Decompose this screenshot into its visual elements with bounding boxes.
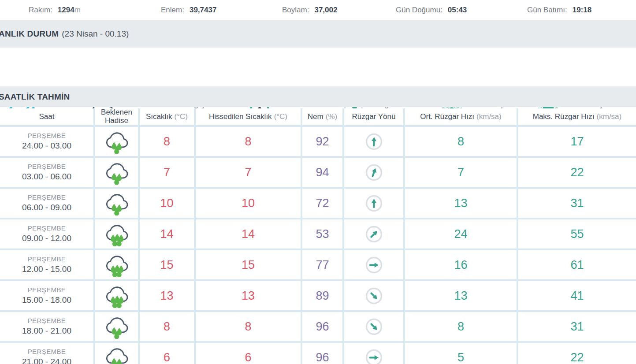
- temperature-cell: 8: [140, 312, 194, 341]
- row-temperature: 6: [164, 351, 170, 364]
- rain-icon: [105, 129, 128, 154]
- row-feels-like: 10: [242, 197, 255, 210]
- avg-wind-cell: 7: [405, 158, 517, 187]
- feels-like-cell: 15: [196, 250, 301, 279]
- expected-event-cell: [95, 189, 138, 218]
- row-avg-wind: 7: [457, 166, 464, 179]
- sunrise-value: 05:43: [448, 6, 467, 15]
- wind-direction-cell: [344, 250, 403, 279]
- altitude-value: 1294: [58, 6, 74, 15]
- column-header: Nem (%): [302, 108, 342, 125]
- longitude-label: Boylam:: [282, 6, 309, 15]
- max-wind-cell: 31: [518, 189, 636, 218]
- wind-direction-cell: [344, 189, 403, 218]
- hourly-forecast-title: SAATLİK TAHMİN: [0, 92, 70, 102]
- wind-direction-cell: [344, 281, 403, 310]
- row-day: PERŞEMBE: [28, 223, 66, 233]
- row-max-wind: 17: [570, 135, 584, 149]
- column-header-label: Maks. Rüzgar Hızı: [533, 113, 595, 121]
- row-humidity: 72: [316, 197, 329, 210]
- column-header-unit: (km/sa): [476, 113, 502, 121]
- humidity-cell: 72: [302, 189, 342, 218]
- wind-direction-icon: [365, 163, 383, 182]
- altitude-info: Rakım: 1294 m: [29, 0, 81, 20]
- row-humidity: 89: [316, 289, 329, 303]
- row-feels-like: 6: [245, 351, 251, 364]
- feels-like-cell: 14: [196, 219, 301, 249]
- max-wind-cell: 22: [518, 158, 636, 187]
- heavy-rain-icon: [105, 222, 128, 246]
- wind-direction-icon: [365, 318, 383, 336]
- feels-like-cell: 13: [196, 281, 301, 310]
- humidity-cell: 77: [302, 250, 342, 279]
- column-header: Hissedilen Sıcaklık (°C): [196, 108, 301, 125]
- latitude-info: Enlem: 39,7437: [161, 0, 216, 20]
- expected-event-cell: [95, 250, 138, 279]
- row-temperature: 13: [160, 289, 173, 303]
- longitude-info: Boylam: 37,002: [282, 0, 337, 20]
- heavy-rain-icon: [105, 253, 128, 277]
- row-max-wind: 61: [570, 258, 584, 272]
- wind-direction-cell: [344, 219, 403, 249]
- time-cell: PERŞEMBE 06.00 - 09.00: [0, 189, 93, 218]
- longitude-value: 37,002: [314, 6, 337, 15]
- row-time: 09.00 - 12.00: [22, 233, 71, 245]
- expected-event-cell: [95, 127, 138, 156]
- avg-wind-cell: 24: [405, 219, 517, 249]
- humidity-cell: 92: [302, 127, 342, 156]
- current-conditions-timestamp: (23 Nisan - 00.13): [62, 29, 129, 39]
- row-feels-like: 7: [245, 166, 251, 179]
- row-max-wind: 31: [570, 197, 584, 210]
- wind-direction-icon: [365, 225, 383, 243]
- expected-event-cell: [95, 343, 138, 364]
- time-cell: PERŞEMBE 21.00 - 24.00: [0, 343, 93, 364]
- time-cell: PERŞEMBE 24.00 - 03.00: [0, 127, 93, 156]
- sunrise-label: Gün Doğumu:: [396, 6, 443, 15]
- column-header: Saat: [0, 108, 93, 125]
- column-header-unit: (°C): [175, 113, 188, 121]
- max-wind-cell: 17: [518, 127, 636, 156]
- row-avg-wind: 5: [457, 351, 464, 364]
- humidity-cell: 94: [302, 158, 342, 187]
- row-time: 06.00 - 09.00: [22, 202, 71, 214]
- avg-wind-cell: 16: [405, 250, 517, 279]
- temperature-cell: 15: [140, 250, 194, 279]
- temperature-cell: 13: [140, 281, 194, 310]
- column-header-unit: (km/sa): [597, 113, 622, 121]
- row-avg-wind: 16: [454, 258, 467, 272]
- wind-direction-icon: [365, 287, 383, 305]
- wind-direction-cell: [344, 343, 403, 364]
- time-cell: PERŞEMBE 09.00 - 12.00: [0, 219, 93, 249]
- avg-wind-cell: 8: [405, 312, 517, 341]
- temperature-cell: 14: [140, 219, 194, 249]
- heavy-rain-icon: [105, 283, 128, 308]
- humidity-cell: 96: [302, 312, 342, 341]
- column-header-label: Rüzgar Yönü: [352, 113, 396, 121]
- feels-like-cell: 8: [196, 312, 301, 341]
- row-time: 03.00 - 06.00: [22, 171, 71, 183]
- column-header-label: Nem: [308, 113, 324, 121]
- column-header-label: Sıcaklık: [146, 113, 172, 121]
- temperature-cell: 7: [140, 158, 194, 187]
- wind-direction-icon: [365, 349, 383, 364]
- wind-direction-cell: [344, 158, 403, 187]
- wind-direction-icon: [365, 133, 383, 151]
- row-day: PERŞEMBE: [28, 162, 66, 171]
- current-conditions-strip: 7,4°C Yağmurlu Yağış 2.4mm: [0, 48, 636, 86]
- wind-direction-icon: [365, 256, 383, 274]
- max-wind-cell: 31: [518, 312, 636, 341]
- avg-wind-cell: 8: [405, 127, 517, 156]
- rain-icon: [105, 314, 128, 339]
- humidity-cell: 53: [302, 219, 342, 249]
- latitude-value: 39,7437: [190, 6, 216, 15]
- wind-direction-cell: [344, 312, 403, 341]
- column-header: Beklenen Hadise: [95, 108, 138, 125]
- feels-like-cell: 6: [196, 343, 301, 364]
- humidity-cell: 89: [302, 281, 342, 310]
- column-header-unit: (°C): [274, 113, 287, 121]
- column-header-unit: (%): [326, 113, 337, 121]
- rain-icon: [105, 345, 128, 364]
- row-avg-wind: 13: [454, 289, 467, 303]
- sunset-value: 19:18: [573, 6, 591, 15]
- row-humidity: 92: [316, 135, 329, 149]
